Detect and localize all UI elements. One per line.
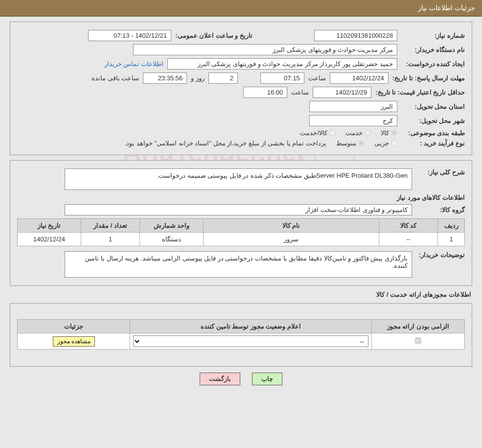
page-title: جزئیات اطلاعات نیاز xyxy=(418,4,475,12)
permit-status-cell: -- xyxy=(130,333,372,350)
subject-goods-radio[interactable] xyxy=(391,130,397,136)
general-desc-label: شرح کلی نیاز: xyxy=(416,168,465,176)
table-row: 1 -- سرور دستگاه 1 1402/12/24 xyxy=(18,233,465,246)
buyer-contact-link[interactable]: اطلاعات تماس خریدار xyxy=(104,60,163,68)
permit-status-select[interactable]: -- xyxy=(133,335,368,347)
goods-group-label: گروه کالا: xyxy=(416,206,465,213)
goods-table: ردیف کد کالا نام کالا واحد شمارش تعداد /… xyxy=(17,218,465,246)
buyer-org-label: نام دستگاه خریدار: xyxy=(401,46,465,53)
delivery-city-label: شهر محل تحویل: xyxy=(401,117,465,124)
need-info-panel: شماره نیاز: 1102091361000228 تاریخ و ساع… xyxy=(10,22,472,155)
need-number-label: شماره نیاز: xyxy=(401,32,465,39)
cell-code: -- xyxy=(379,233,438,246)
announce-datetime-value: 1402/12/21 - 07:13 xyxy=(88,30,171,41)
general-desc-value: Server HPE Proliant DL380-Genطبق مشخصات … xyxy=(65,168,412,190)
print-button[interactable]: چاپ xyxy=(252,373,282,385)
col-qty: تعداد / مقدار xyxy=(81,219,140,233)
permits-heading: اطلاعات مجوزهای ارائه خدمت / کالا xyxy=(11,291,471,298)
delivery-city-value: کرج xyxy=(309,115,397,126)
proc-type-label: نوع فرآیند خرید : xyxy=(401,140,465,147)
remain-time-value: 23:35:56 xyxy=(143,72,187,84)
subject-goods-service-radio[interactable] xyxy=(329,130,336,136)
cell-needdate: 1402/12/24 xyxy=(18,233,81,246)
permit-row: -- مشاهده مجوز xyxy=(18,333,465,350)
subject-goods-service-label: کالا/خدمت xyxy=(300,129,327,137)
delivery-province-label: استان محل تحویل: xyxy=(401,103,465,110)
need-number-value: 1102091361000228 xyxy=(314,30,397,41)
validity-date-value: 1402/12/29 xyxy=(313,87,371,98)
day-label: روز و xyxy=(191,74,205,82)
creator-label: ایجاد کننده درخواست: xyxy=(401,60,465,68)
cell-unit: دستگاه xyxy=(140,233,204,246)
hour-label-2: ساعت xyxy=(291,89,309,96)
cell-name: سرور xyxy=(204,233,379,246)
col-row: ردیف xyxy=(438,219,465,233)
col-unit: واحد شمارش xyxy=(140,219,204,233)
col-mandatory: الزامی بودن ارائه مجوز xyxy=(372,320,465,333)
back-button[interactable]: بازگشت xyxy=(200,373,240,385)
subject-class-label: طبقه بندی موضوعی: xyxy=(401,129,465,137)
buyer-org-value: مرکز مدیریت حوادث و فوریتهای پزشکی البرز xyxy=(133,44,397,55)
proc-medium-radio[interactable] xyxy=(358,140,365,146)
remain-days-value: 2 xyxy=(208,72,238,84)
subject-service-radio[interactable] xyxy=(365,130,371,136)
permit-details-cell: مشاهده مجوز xyxy=(18,333,130,350)
subject-service-label: خدمت xyxy=(345,129,363,137)
cell-qty: 1 xyxy=(81,233,140,246)
payment-note: پرداخت تمام یا بخشی از مبلغ خرید،از محل … xyxy=(125,140,326,147)
col-code: کد کالا xyxy=(379,219,438,233)
goods-info-heading: اطلاعات کالاهای مورد نیاز xyxy=(17,194,465,201)
col-needdate: تاریخ نیاز xyxy=(18,219,81,233)
delivery-province-value: البرز xyxy=(309,101,397,112)
reply-deadline-label: مهلت ارسال پاسخ: تا تاریخ: xyxy=(392,74,465,82)
permit-mandatory-cell xyxy=(372,333,465,350)
min-validity-label: حداقل تاریخ اعتبار قیمت: تا تاریخ: xyxy=(375,89,465,96)
page-title-bar: جزئیات اطلاعات نیاز xyxy=(0,0,482,17)
action-bar: چاپ بازگشت xyxy=(0,373,482,385)
goods-group-value: کامپیوتر و فناوری اطلاعات-سخت افزار xyxy=(65,204,412,215)
buyer-notes-label: توضیحات خریدار: xyxy=(416,251,465,259)
col-details: جزئیات xyxy=(18,320,130,333)
proc-partial-radio[interactable] xyxy=(391,140,397,146)
validity-hour-value: 16:00 xyxy=(243,87,287,98)
subject-goods-label: کالا xyxy=(381,129,389,137)
goods-panel: شرح کلی نیاز: Server HPE Proliant DL380-… xyxy=(10,160,472,286)
proc-partial-label: جزیی xyxy=(374,140,389,147)
permits-panel: الزامی بودن ارائه مجوز اعلام وضعیت مجوز … xyxy=(10,303,472,367)
permit-mandatory-checkbox[interactable] xyxy=(415,337,421,344)
view-permit-button[interactable]: مشاهده مجوز xyxy=(53,336,95,347)
announce-datetime-label: تاریخ و ساعت اعلان عمومی: xyxy=(175,32,252,39)
reply-date-value: 1402/12/24 xyxy=(330,72,389,84)
creator-value: حمید حضرتقلی پور کاربرداز مرکز مدیریت حو… xyxy=(167,58,397,70)
cell-row: 1 xyxy=(438,233,465,246)
hours-remain-label: ساعت باقی مانده xyxy=(92,74,139,82)
hour-label-1: ساعت xyxy=(308,74,326,82)
proc-medium-label: متوسط xyxy=(336,140,356,147)
buyer-notes-value: بارگذاری پیش فاکتور و تامین‌کالا دقیقا م… xyxy=(65,251,412,278)
col-name: نام کالا xyxy=(204,219,379,233)
col-status: اعلام وضعیت مجوز توسط تامین کننده xyxy=(130,320,372,333)
permits-table: الزامی بودن ارائه مجوز اعلام وضعیت مجوز … xyxy=(17,319,465,350)
reply-hour-value: 07:15 xyxy=(260,72,304,84)
